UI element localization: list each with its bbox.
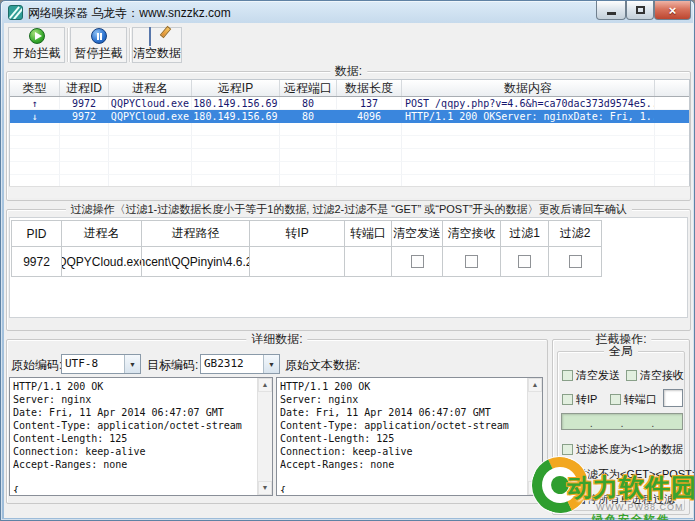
converted-data-textarea[interactable]: HTTP/1.1 200 OK Server: nginx Date: Fri,… [276, 377, 543, 496]
clear-recv-label: 清空接收 [640, 368, 684, 383]
raw-data-textarea[interactable]: HTTP/1.1 200 OK Server: nginx Date: Fri,… [9, 377, 273, 496]
dst-encoding-combo[interactable]: GB2312 ▼ [200, 354, 280, 374]
empty-row [10, 162, 689, 175]
packet-extra [655, 110, 689, 123]
filter-clear-recv-cell [443, 247, 501, 277]
packet-row-send[interactable]: ↑ 9972 QQPYCloud.exe 180.149.156.69 80 1… [10, 97, 689, 110]
packet-table-header: 类型 进程ID 进程名 远程IP 远程端口 数据长度 数据内容 [10, 80, 689, 97]
redirect-ip-input[interactable]: ... [561, 413, 683, 430]
packet-process: QQPYCloud.exe [109, 110, 192, 123]
maximize-icon [636, 6, 645, 14]
packet-direction: ↓ [10, 110, 60, 123]
scroll-up-icon[interactable]: ▲ [258, 378, 272, 392]
filter-row: 9972 QQPYCloud.exe ncent\QQPinyin\4.6.2 [12, 247, 602, 277]
dst-encoding-value: GB2312 [201, 355, 263, 373]
ip-dot: . [620, 417, 623, 429]
chevron-down-icon: ▼ [124, 355, 140, 373]
filter-length-checkbox[interactable] [562, 444, 573, 455]
clear-data-label: 清空数据 [133, 45, 181, 62]
filter1-checkbox[interactable] [518, 255, 531, 268]
filter-group-title: 过滤操作〈过滤1-过滤数据长度小于等于1的数据, 过滤2-过滤不是 “GET” … [65, 202, 631, 216]
filter-redirect-ip-cell[interactable] [250, 247, 345, 277]
clear-send-checkbox[interactable] [562, 370, 573, 381]
toolbar-separator [67, 28, 68, 62]
col-content[interactable]: 数据内容 [402, 80, 655, 96]
raw-text-label: 原始文本数据: [285, 357, 360, 374]
redirect-port-input[interactable] [663, 389, 683, 407]
clear-data-icon [149, 28, 165, 44]
pause-capture-button[interactable]: 暂停拦截 [70, 27, 127, 63]
col-remote-ip[interactable]: 远程IP [192, 80, 280, 96]
packet-table: 类型 进程ID 进程名 远程IP 远程端口 数据长度 数据内容 ↑ 9972 Q… [9, 79, 690, 188]
minimize-button[interactable] [596, 1, 626, 20]
col-length[interactable]: 数据长度 [337, 80, 402, 96]
global-clear-recv: 清空接收 [626, 368, 684, 383]
vertical-scrollbar[interactable]: ▲ ▼ [257, 378, 272, 495]
filter2-checkbox[interactable] [569, 255, 582, 268]
clear-recv-checkbox[interactable] [626, 370, 637, 381]
watermark-tagline: 绿色安全软件 [592, 512, 670, 521]
global-scope-label: 全局 [604, 344, 638, 358]
col-remote-port[interactable]: 远程端口 [280, 80, 337, 96]
fcol-clear-send[interactable]: 清空发送 [392, 221, 443, 247]
ip-dot: . [651, 417, 654, 429]
global-clear-send: 清空发送 [562, 368, 620, 383]
packet-content: POST /qqpy.php?v=4.6&h=ca70dac373d9574e5… [402, 97, 655, 110]
col-type[interactable]: 类型 [10, 80, 60, 96]
fcol-path[interactable]: 进程路径 [142, 221, 250, 247]
col-process[interactable]: 进程名 [109, 80, 192, 96]
filter1-cell [501, 247, 549, 277]
global-redirect-ip: 转IP [562, 392, 597, 407]
empty-row [10, 149, 689, 162]
packet-port: 80 [280, 110, 337, 123]
app-icon [8, 5, 23, 20]
packet-ip: 180.149.156.69 [192, 97, 280, 110]
packet-direction: ↑ [10, 97, 60, 110]
empty-row [10, 123, 689, 136]
ip-dot: . [590, 417, 593, 429]
redirect-port-checkbox[interactable] [610, 394, 621, 405]
clear-data-button[interactable]: 清空数据 [132, 27, 182, 63]
start-capture-button[interactable]: 开始拦截 [8, 27, 65, 63]
maximize-button[interactable] [626, 1, 654, 20]
fcol-process[interactable]: 进程名 [62, 221, 142, 247]
raw-data-text: HTTP/1.1 200 OK Server: nginx Date: Fri,… [13, 380, 255, 493]
pause-capture-label: 暂停拦截 [75, 45, 123, 62]
toolbar-separator [129, 28, 130, 62]
data-group-title: 数据: [330, 64, 367, 78]
clear-recv-checkbox[interactable] [465, 255, 478, 268]
minimize-icon [607, 12, 616, 15]
col-pid[interactable]: 进程ID [60, 80, 109, 96]
filter2-cell [549, 247, 602, 277]
filter-length-label: 过滤长度为<1>的数据 [576, 442, 683, 457]
clear-send-checkbox[interactable] [411, 255, 424, 268]
packet-length: 4096 [337, 110, 402, 123]
src-encoding-combo[interactable]: UTF-8 ▼ [61, 354, 141, 374]
filter-redirect-port-cell[interactable] [345, 247, 392, 277]
close-button[interactable]: × [654, 1, 691, 20]
title-bar[interactable]: 网络嗅探器 乌龙寺：www.snzzkz.com × [1, 1, 694, 23]
redirect-ip-label: 转IP [576, 392, 597, 407]
fcol-redirect-port[interactable]: 转端口 [345, 221, 392, 247]
fcol-clear-recv[interactable]: 清空接收 [443, 221, 501, 247]
fcol-filter2[interactable]: 过滤2 [549, 221, 602, 247]
empty-row [10, 136, 689, 149]
detail-group-title: 详细数据: [246, 332, 307, 346]
scroll-up-icon[interactable]: ▲ [528, 378, 542, 392]
filter-table-header: PID 进程名 进程路径 转IP 转端口 清空发送 清空接收 过滤1 过滤2 [12, 221, 602, 247]
col-extra [655, 80, 689, 96]
redirect-port-label: 转端口 [624, 392, 657, 407]
filter-pid: 9972 [12, 247, 62, 277]
fcol-pid[interactable]: PID [12, 221, 62, 247]
filter-process: QQPYCloud.exe [62, 247, 142, 277]
fcol-redirect-ip[interactable]: 转IP [250, 221, 345, 247]
filter-length-option: 过滤长度为<1>的数据 [562, 442, 683, 457]
clear-send-label: 清空发送 [576, 368, 620, 383]
packet-ip: 180.149.156.69 [192, 110, 280, 123]
packet-row-recv-selected[interactable]: ↓ 9972 QQPYCloud.exe 180.149.156.69 80 4… [10, 110, 689, 123]
packet-process: QQPYCloud.exe [109, 97, 192, 110]
horizontal-scrollbar[interactable] [9, 186, 690, 198]
fcol-filter1[interactable]: 过滤1 [501, 221, 549, 247]
redirect-ip-checkbox[interactable] [562, 394, 573, 405]
scroll-down-icon[interactable]: ▼ [258, 481, 272, 495]
